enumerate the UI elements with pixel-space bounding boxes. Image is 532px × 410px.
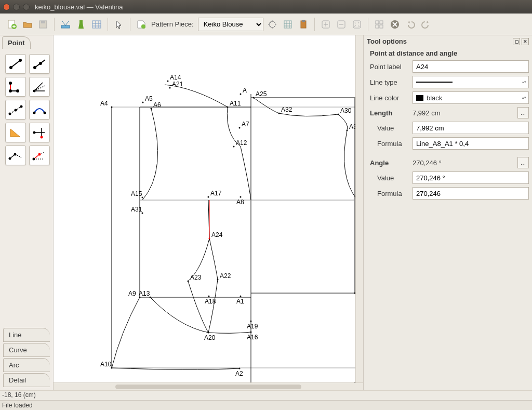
measurements-icon[interactable] (59, 18, 72, 31)
svg-point-117 (217, 279, 219, 281)
save-file-icon[interactable] (36, 18, 50, 31)
panel-detach-icon[interactable]: ◻ (513, 38, 520, 45)
svg-point-103 (208, 196, 209, 198)
canvas-area: AA4A5A14A21A6A11A25A29A26A32A30A7A35A12A… (53, 35, 364, 390)
window-title: keiko_blouse.val — Valentina (35, 3, 529, 11)
svg-rect-14 (376, 21, 379, 24)
open-file-icon[interactable] (21, 18, 34, 31)
svg-point-81 (151, 108, 152, 110)
pattern-piece-select[interactable]: Keiko Blouse (198, 18, 263, 31)
length-value-input[interactable] (413, 122, 529, 134)
point-label-label: Point label (370, 63, 408, 71)
length-label: Length (370, 109, 408, 117)
svg-text:A1: A1 (236, 298, 244, 305)
svg-text:A13: A13 (139, 290, 150, 297)
point-tab[interactable]: Point (2, 36, 31, 49)
point-label-input[interactable] (413, 60, 529, 73)
drawing-canvas[interactable]: AA4A5A14A21A6A11A25A29A26A32A30A7A35A12A… (54, 35, 363, 382)
new-file-icon[interactable] (5, 18, 19, 31)
svg-point-42 (33, 131, 36, 134)
svg-point-131 (250, 321, 252, 322)
svg-text:A: A (243, 87, 247, 94)
line-type-select[interactable]: ▴▾ (413, 76, 529, 88)
window-maximize-button[interactable] (23, 4, 30, 10)
svg-text:A5: A5 (145, 95, 153, 102)
configure-icon[interactable] (265, 18, 279, 31)
window-minimize-button[interactable] (13, 4, 20, 10)
length-formula-label: Formula (370, 140, 408, 148)
svg-point-28 (16, 89, 19, 92)
section-header: Point at distance and angle (370, 49, 529, 57)
history-icon[interactable] (373, 18, 386, 31)
svg-rect-15 (380, 21, 383, 24)
stop-icon[interactable] (388, 18, 402, 31)
svg-text:A20: A20 (204, 334, 216, 341)
svg-point-93 (338, 114, 339, 115)
svg-point-135 (208, 332, 209, 334)
svg-text:A6: A6 (153, 101, 161, 109)
tool-segment[interactable] (5, 54, 26, 74)
angle-formula-input[interactable] (413, 187, 529, 200)
panel-close-icon[interactable]: ✕ (522, 38, 529, 45)
svg-line-32 (34, 86, 45, 91)
svg-point-97 (347, 130, 348, 131)
svg-text:A24: A24 (211, 231, 223, 239)
svg-point-99 (233, 146, 235, 148)
zoom-in-icon[interactable] (319, 18, 332, 31)
svg-rect-8 (284, 21, 291, 28)
svg-point-33 (33, 90, 36, 92)
svg-point-95 (239, 127, 241, 129)
tool-cut-spline[interactable] (5, 146, 26, 165)
svg-point-39 (44, 112, 46, 114)
undo-icon[interactable] (404, 18, 417, 31)
tool-options-panel: Tool options ◻ ✕ Point at distance and a… (364, 35, 532, 390)
svg-text:A12: A12 (236, 139, 247, 147)
vertical-scrollbar[interactable] (355, 35, 363, 382)
zoom-fit-icon[interactable] (350, 18, 364, 31)
tool-point-intersection[interactable] (29, 123, 50, 142)
angle-expand-button[interactable]: … (517, 157, 529, 168)
pointer-icon[interactable] (112, 18, 126, 31)
detail-tab[interactable]: Detail (3, 373, 50, 387)
window-close-button[interactable] (3, 4, 10, 10)
tool-shoulder[interactable] (5, 100, 26, 120)
svg-point-105 (240, 196, 242, 198)
svg-point-115 (188, 281, 189, 282)
angle-value: 270,246 ° (413, 159, 511, 167)
svg-rect-10 (302, 20, 305, 22)
main-toolbar: Pattern Piece: Keiko Blouse (0, 14, 532, 35)
length-expand-button[interactable]: … (517, 107, 529, 118)
grid-icon[interactable] (281, 18, 295, 31)
svg-point-73 (111, 107, 113, 108)
svg-point-127 (240, 296, 242, 297)
line-tab[interactable]: Line (3, 328, 50, 342)
tool-along-line[interactable] (29, 54, 50, 74)
tool-point-of-contact[interactable] (29, 100, 50, 120)
curve-tab[interactable]: Curve (3, 343, 50, 357)
svg-point-37 (20, 105, 23, 108)
svg-point-29 (9, 82, 12, 85)
line-type-label: Line type (370, 78, 408, 86)
tool-normal[interactable] (5, 77, 26, 97)
line-color-select[interactable]: black▴▾ (413, 91, 529, 104)
zoom-out-icon[interactable] (335, 18, 348, 31)
body-icon[interactable] (74, 18, 88, 31)
svg-text:A9: A9 (128, 290, 136, 297)
svg-point-139 (239, 368, 241, 369)
angle-value-input[interactable] (413, 171, 529, 184)
svg-point-46 (9, 157, 11, 160)
table-icon[interactable] (90, 18, 103, 31)
svg-text:A16: A16 (247, 334, 258, 341)
redo-icon[interactable] (419, 18, 433, 31)
horizontal-scrollbar[interactable] (54, 382, 363, 390)
svg-text:A8: A8 (236, 199, 244, 206)
svg-point-79 (169, 87, 171, 89)
svg-point-52 (38, 153, 41, 156)
tool-triangle[interactable] (5, 123, 26, 142)
arc-tab[interactable]: Arc (3, 358, 50, 372)
length-formula-input[interactable] (413, 137, 529, 150)
tool-cut-arc[interactable] (29, 146, 50, 165)
clipboard-icon[interactable] (297, 18, 310, 31)
pattern-piece-icon[interactable] (135, 18, 148, 31)
tool-bisector[interactable] (29, 77, 50, 97)
